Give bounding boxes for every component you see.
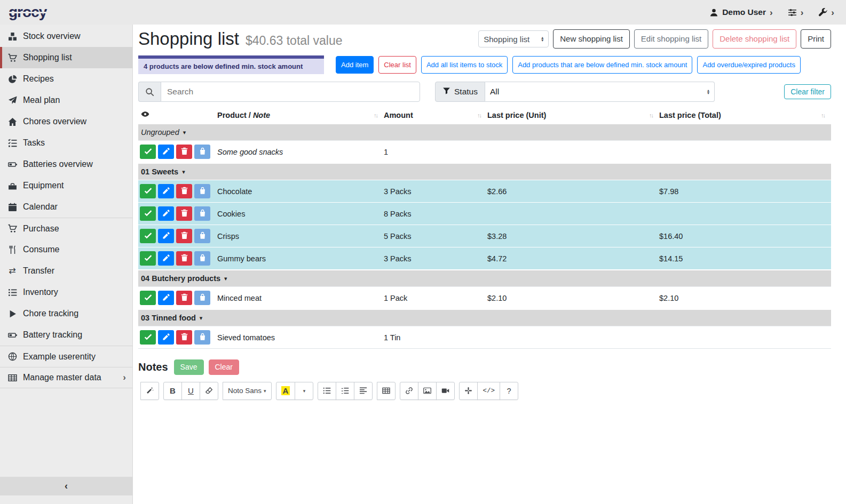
insert-video-icon[interactable]: [436, 382, 455, 400]
insert-picture-icon[interactable]: [418, 382, 437, 400]
edit-item-button[interactable]: [158, 145, 174, 159]
sidebar-item-consume[interactable]: Consume: [0, 239, 132, 260]
mark-done-button[interactable]: [140, 251, 156, 266]
sidebar-item-shopping-list[interactable]: Shopping list: [0, 47, 132, 68]
ordered-list-icon[interactable]: [336, 382, 354, 400]
status-select[interactable]: All ▴▾: [485, 82, 715, 102]
add-to-stock-button[interactable]: [194, 184, 210, 198]
admin-menu[interactable]: ›: [818, 8, 834, 17]
column-header-last-price-total[interactable]: Last price (Total)↑↓: [659, 111, 831, 119]
insert-table-icon[interactable]: [377, 382, 396, 400]
delete-item-button[interactable]: [176, 251, 192, 266]
magic-wand-icon[interactable]: [140, 382, 159, 400]
sidebar-item-battery-tracking[interactable]: Battery tracking: [0, 324, 132, 346]
sidebar-item-example-userentity[interactable]: Example userentity: [0, 346, 132, 367]
new-shopping-list-button[interactable]: New shopping list: [553, 29, 630, 49]
caret-down-icon[interactable]: ▾: [224, 275, 227, 282]
sidebar-item-equipment[interactable]: Equipment: [0, 175, 132, 196]
add-to-stock-button[interactable]: [194, 145, 210, 159]
sidebar-item-tasks[interactable]: Tasks: [0, 132, 132, 154]
caret-down-icon[interactable]: ▾: [182, 169, 185, 175]
add-item-button[interactable]: Add item: [336, 56, 374, 74]
status-filter-button[interactable]: Status: [435, 82, 485, 102]
sidebar-item-chores-overview[interactable]: Chores overview: [0, 111, 132, 132]
shopping-list-select[interactable]: Shopping list ▴▾: [478, 30, 549, 47]
font-name-select[interactable]: Noto Sans▾: [223, 382, 272, 400]
eraser-icon[interactable]: [200, 382, 218, 400]
add-to-stock-button[interactable]: [194, 229, 210, 243]
sidebar-collapse-button[interactable]: ‹: [0, 477, 132, 495]
mark-done-button[interactable]: [140, 229, 156, 243]
edit-item-button[interactable]: [158, 184, 174, 198]
edit-item-button[interactable]: [158, 251, 174, 266]
add-to-stock-button[interactable]: [194, 330, 210, 345]
add-to-stock-button[interactable]: [194, 251, 210, 266]
clear-filter-button[interactable]: Clear filter: [784, 84, 831, 100]
edit-item-button[interactable]: [158, 330, 174, 345]
sidebar-item-inventory[interactable]: Inventory: [0, 282, 132, 303]
mark-done-button[interactable]: [140, 145, 156, 159]
sidebar-item-calendar[interactable]: Calendar: [0, 196, 132, 218]
code-view-icon[interactable]: </>: [477, 382, 500, 400]
column-header-last-price-unit[interactable]: Last price (Unit)↑↓: [487, 111, 659, 119]
edit-shopping-list-button[interactable]: Edit shopping list: [634, 29, 708, 49]
sidebar-item-chore-tracking[interactable]: Chore tracking: [0, 303, 132, 324]
delete-item-button[interactable]: [176, 206, 192, 221]
highlight-color-button[interactable]: A: [276, 382, 296, 400]
add-to-stock-button[interactable]: [194, 206, 210, 221]
notes-editor-container: BUNoto Sans▾A▾</>?: [138, 379, 831, 504]
mark-done-button[interactable]: [140, 330, 156, 345]
sidebar-item-purchase[interactable]: Purchase: [0, 218, 132, 239]
paragraph-align-icon[interactable]: [354, 382, 373, 400]
edit-item-button[interactable]: [158, 229, 174, 243]
add-below-min-stock-button[interactable]: Add products that are below defined min.…: [512, 56, 692, 74]
clear-list-button[interactable]: Clear list: [378, 56, 416, 74]
delete-item-button[interactable]: [176, 229, 192, 243]
highlight-color-caret[interactable]: ▾: [295, 382, 313, 400]
add-overdue-expired-button[interactable]: Add overdue/expired products: [697, 56, 800, 74]
edit-icon: [162, 293, 170, 303]
sidebar-item-manage-master-data[interactable]: Manage master data›: [0, 367, 132, 388]
sidebar-item-meal-plan[interactable]: Meal plan: [0, 90, 132, 111]
app-logo[interactable]: grocy: [9, 4, 46, 21]
sidebar-item-label: Battery tracking: [23, 330, 82, 340]
amount: 1 Pack: [384, 294, 487, 302]
notes-save-button[interactable]: Save: [174, 359, 204, 375]
bold-icon[interactable]: B: [163, 382, 182, 400]
add-all-to-stock-button[interactable]: Add all list items to stock: [421, 56, 508, 74]
user-menu[interactable]: Demo User ›: [709, 7, 773, 17]
delete-item-button[interactable]: [176, 184, 192, 198]
column-header-amount[interactable]: Amount↑↓: [384, 111, 487, 119]
mark-done-button[interactable]: [140, 206, 156, 221]
help-icon[interactable]: ?: [500, 382, 518, 400]
search-input[interactable]: [161, 82, 420, 102]
delete-shopping-list-button[interactable]: Delete shopping list: [713, 29, 796, 49]
visibility-column-header[interactable]: [138, 110, 217, 120]
unordered-list-icon[interactable]: [318, 382, 336, 400]
delete-item-button[interactable]: [176, 145, 192, 159]
column-header-product-note[interactable]: Product / Note↑↓: [217, 111, 384, 119]
fullscreen-icon[interactable]: [459, 382, 478, 400]
add-to-stock-button[interactable]: [194, 291, 210, 305]
print-button[interactable]: Print: [801, 29, 831, 49]
underline-icon[interactable]: U: [181, 382, 200, 400]
check-icon: [144, 209, 152, 219]
last-price-total: $16.40: [659, 232, 831, 241]
edit-item-button[interactable]: [158, 291, 174, 305]
delete-item-button[interactable]: [176, 291, 192, 305]
notes-editor[interactable]: [138, 403, 831, 504]
insert-link-icon[interactable]: [400, 382, 418, 400]
app-root: grocy Demo User › › › Stock overviewShop…: [0, 0, 846, 504]
delete-item-button[interactable]: [176, 330, 192, 345]
caret-down-icon[interactable]: ▾: [183, 129, 186, 136]
sidebar-item-stock-overview[interactable]: Stock overview: [0, 26, 132, 47]
sidebar-item-batteries-overview[interactable]: Batteries overview: [0, 154, 132, 175]
sidebar-item-recipes[interactable]: Recipes: [0, 68, 132, 90]
notes-clear-button[interactable]: Clear: [209, 359, 239, 375]
settings-menu[interactable]: ›: [788, 8, 804, 17]
sidebar-item-transfer[interactable]: ⇄Transfer: [0, 260, 132, 282]
edit-item-button[interactable]: [158, 206, 174, 221]
mark-done-button[interactable]: [140, 184, 156, 198]
mark-done-button[interactable]: [140, 291, 156, 305]
caret-down-icon[interactable]: ▾: [200, 315, 203, 322]
